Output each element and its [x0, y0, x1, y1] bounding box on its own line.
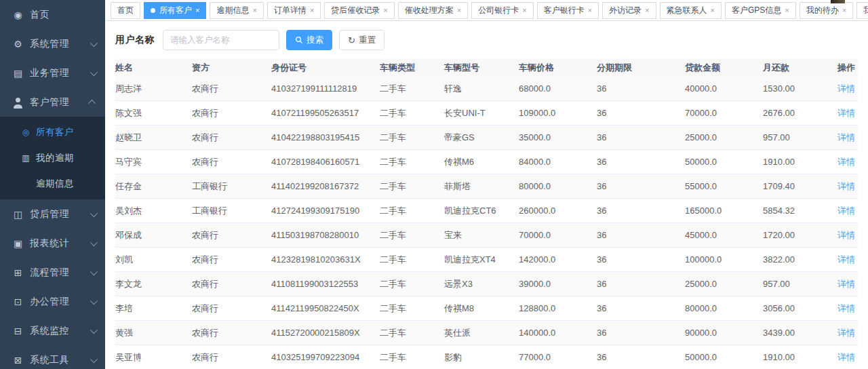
detail-link[interactable]: 详情 [837, 230, 855, 240]
tab-催收处理方案[interactable]: 催收处理方案× [398, 2, 468, 19]
close-icon[interactable]: × [310, 7, 314, 14]
sidebar-item-业务管理[interactable]: ▤业务管理 [0, 58, 105, 88]
table-row: 马守宾农商行410728198406160571二手车传祺M684000.036… [115, 150, 858, 174]
tab-外访记录[interactable]: 外访记录× [602, 2, 656, 19]
sidebar-item-首页[interactable]: ◉首页 [0, 0, 105, 29]
cell: 50000.0 [685, 150, 763, 174]
cell-actions: 详情 [824, 77, 858, 101]
cell: 410728198406160571 [271, 150, 380, 174]
close-icon[interactable]: × [195, 7, 199, 14]
cell: 36 [597, 248, 685, 272]
cell-actions: 详情 [824, 296, 858, 321]
tab-label: 所有客户 [159, 5, 192, 16]
cell: 80000.0 [519, 174, 597, 199]
cell: 411081199003122553 [271, 272, 380, 296]
sidebar-item-label: 系统监控 [30, 325, 90, 337]
cell: 165000.0 [685, 199, 763, 223]
sidebar-menu: ◉首页⚙系统管理▤业务管理客户管理◎所有客户▥我的逾期逾期信息◫贷后管理▣报表统… [0, 0, 105, 369]
sidebar-item-所有客户[interactable]: ◎所有客户 [0, 119, 105, 145]
sidebar-item-系统工具[interactable]: ⊠系统工具 [0, 345, 105, 369]
detail-link[interactable]: 详情 [837, 132, 855, 142]
tab-逾期信息[interactable]: 逾期信息× [210, 2, 263, 19]
cell: 1709.40 [763, 174, 824, 199]
home-icon: ◉ [12, 9, 24, 20]
detail-link[interactable]: 详情 [837, 352, 855, 362]
close-icon[interactable]: × [645, 7, 649, 14]
close-icon[interactable]: × [457, 7, 461, 14]
customer-name-input[interactable] [163, 30, 279, 50]
table-row: 吴刘杰工商银行412724199309175190二手车凯迪拉克CT626000… [115, 199, 858, 223]
tab-贷后催收记录[interactable]: 贷后催收记录× [324, 2, 394, 19]
cell: 142000.0 [519, 248, 597, 272]
cell: 41152720000215809X [271, 321, 380, 345]
sidebar-item-办公管理[interactable]: ⊡办公管理 [0, 287, 105, 316]
sidebar-item-客户管理[interactable]: 客户管理 [0, 88, 105, 117]
tab-订单详情[interactable]: 订单详情× [267, 2, 321, 19]
detail-link[interactable]: 详情 [837, 157, 855, 167]
close-icon[interactable]: × [785, 7, 789, 14]
cell: 1530.00 [763, 77, 824, 101]
close-icon[interactable]: × [588, 7, 592, 14]
detail-link[interactable]: 详情 [837, 303, 855, 313]
sidebar-item-流程管理[interactable]: ⊞流程管理 [0, 258, 105, 287]
close-icon[interactable]: × [842, 7, 846, 14]
search-button[interactable]: 搜索 [286, 30, 332, 50]
cell: 36 [597, 101, 685, 125]
cell: 赵晓卫 [115, 125, 192, 150]
tab-首页[interactable]: 首页 [111, 2, 140, 19]
cell: 陈文强 [115, 101, 192, 125]
detail-link[interactable]: 详情 [837, 83, 855, 94]
tab-我的流程[interactable]: 我的流程× [856, 2, 868, 19]
cell: 36 [597, 296, 685, 321]
close-icon[interactable]: × [522, 7, 526, 14]
detail-link[interactable]: 详情 [837, 279, 855, 289]
tab-label: 逾期信息 [216, 5, 249, 16]
cell: 周志洋 [115, 77, 192, 101]
cell: 128800.0 [519, 296, 597, 321]
table-header: 姓名资方身份证号车辆类型车辆型号车辆价格分期期限贷款金额月还款操作 [115, 59, 858, 77]
column-header-月还款: 月还款 [763, 59, 824, 77]
close-icon[interactable]: × [252, 7, 256, 14]
cell: 轩逸 [444, 77, 519, 101]
tab-紧急联系人[interactable]: 紧急联系人× [660, 2, 722, 19]
tab-客户银行卡[interactable]: 客户银行卡× [537, 2, 599, 19]
cell: 传祺M6 [444, 150, 519, 174]
detail-link[interactable]: 详情 [837, 254, 855, 265]
reset-button[interactable]: ↻ 重置 [339, 30, 384, 50]
cell: 农商行 [192, 321, 271, 345]
avatar[interactable] [831, 0, 845, 3]
sidebar-item-我的逾期[interactable]: ▥我的逾期 [0, 145, 105, 171]
tab-客户GPS信息[interactable]: 客户GPS信息× [725, 2, 796, 19]
detail-link[interactable]: 详情 [837, 108, 855, 118]
cell: 二手车 [380, 248, 444, 272]
close-icon[interactable]: × [383, 7, 387, 14]
cell: 农商行 [192, 296, 271, 321]
cell: 吴刘杰 [115, 199, 192, 223]
tab-公司银行卡[interactable]: 公司银行卡× [471, 2, 533, 19]
sidebar-item-系统管理[interactable]: ⚙系统管理 [0, 29, 105, 58]
chevron-down-icon [90, 296, 98, 304]
cell: 1910.00 [763, 150, 824, 174]
cell: 140000.0 [519, 321, 597, 345]
cell: 1910.00 [763, 345, 824, 369]
sidebar-item-逾期信息[interactable]: 逾期信息 [0, 171, 105, 197]
monitor-icon: ⊟ [12, 326, 24, 336]
cell: 40000.0 [685, 77, 763, 101]
sidebar-item-系统监控[interactable]: ⊟系统监控 [0, 316, 105, 345]
tab-label: 客户GPS信息 [732, 5, 781, 16]
cell: 农商行 [192, 150, 271, 174]
detail-link[interactable]: 详情 [837, 206, 855, 216]
tab-我的待办[interactable]: 我的待办× [800, 2, 853, 19]
sidebar-item-报表统计[interactable]: ▣报表统计 [0, 229, 105, 258]
cell: 36 [597, 223, 685, 248]
sidebar-item-label: 所有客户 [36, 126, 96, 138]
tab-所有客户[interactable]: 所有客户× [144, 2, 206, 19]
detail-link[interactable]: 详情 [837, 328, 855, 338]
table-row: 任存金工商银行411402199208167372二手车菲斯塔80000.036… [115, 174, 858, 199]
sidebar-item-贷后管理[interactable]: ◫贷后管理 [0, 199, 105, 229]
detail-link[interactable]: 详情 [837, 181, 855, 191]
close-icon[interactable]: × [711, 7, 715, 14]
cell: 二手车 [380, 150, 444, 174]
cell: 二手车 [380, 174, 444, 199]
cell: 菲斯塔 [444, 174, 519, 199]
